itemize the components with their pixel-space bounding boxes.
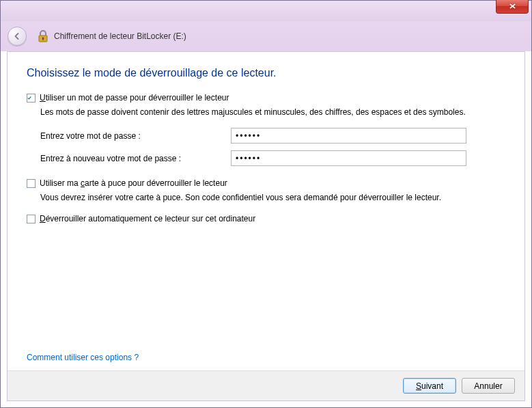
password-option-row[interactable]: Utiliser un mot de passe pour déverrouil… (27, 93, 505, 103)
titlebar: ✕ (1, 1, 531, 21)
password-confirm-label: Entrez à nouveau votre mot de passe : (40, 154, 228, 163)
footer: Suivant Annuler (8, 370, 524, 400)
password-option-label: Utiliser un mot de passe pour déverrouil… (40, 93, 229, 103)
autounlock-checkbox[interactable] (27, 215, 36, 223)
smartcard-option-label: Utiliser ma carte à puce pour déverrouil… (40, 178, 227, 188)
bitlocker-wizard-window: ✕ Chiffrement de lecteur BitLocker (E:) … (0, 0, 532, 408)
svg-rect-2 (42, 38, 43, 40)
close-icon: ✕ (509, 3, 516, 10)
autounlock-option-label: Déverrouiller automatiquement ce lecteur… (40, 214, 255, 223)
checkmark-icon (27, 94, 31, 102)
password-confirm-input[interactable] (231, 150, 466, 166)
nav-row: Chiffrement de lecteur BitLocker (E:) (1, 21, 531, 51)
next-button[interactable]: Suivant (403, 378, 456, 394)
arrow-left-icon (12, 31, 22, 41)
heading: Choisissez le mode de déverrouillage de … (27, 67, 505, 79)
password-option-description: Les mots de passe doivent contenir des l… (40, 107, 505, 118)
content-panel: Choisissez le mode de déverrouillage de … (7, 51, 525, 401)
bitlocker-icon (36, 29, 50, 43)
autounlock-option-row[interactable]: Déverrouiller automatiquement ce lecteur… (27, 214, 505, 223)
close-button[interactable]: ✕ (496, 0, 529, 14)
password-input[interactable] (231, 128, 466, 144)
cancel-button[interactable]: Annuler (462, 378, 515, 394)
password-label: Entrez votre mot de passe : (40, 131, 228, 141)
smartcard-option-description: Vous devrez insérer votre carte à puce. … (40, 192, 505, 204)
smartcard-checkbox[interactable] (27, 179, 36, 188)
back-button[interactable] (8, 27, 27, 46)
password-checkbox[interactable] (27, 94, 36, 103)
help-link[interactable]: Comment utiliser ces options ? (27, 353, 139, 362)
page-title: Chiffrement de lecteur BitLocker (E:) (54, 31, 186, 41)
smartcard-option-row[interactable]: Utiliser ma carte à puce pour déverrouil… (27, 178, 505, 188)
